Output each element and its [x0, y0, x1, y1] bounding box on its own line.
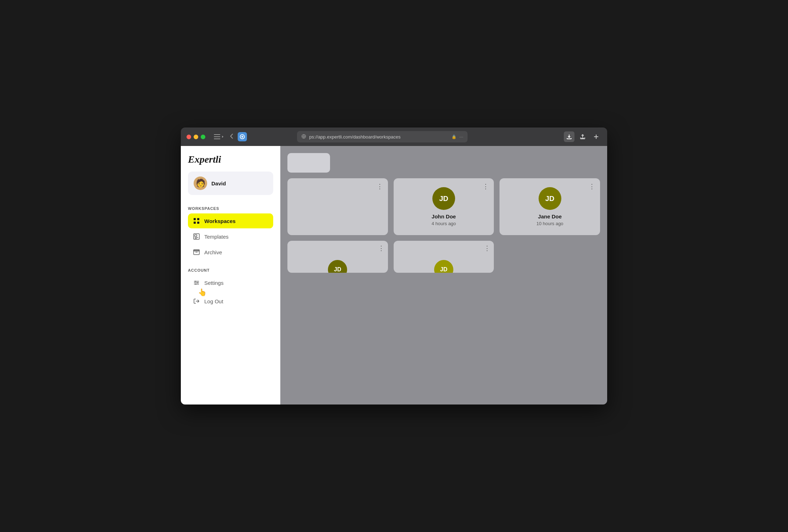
jane-doe-name: Jane Doe [538, 213, 562, 219]
archive-label: Archive [204, 249, 222, 255]
workspaces-label: Workspaces [204, 218, 236, 224]
user-name: David [211, 180, 226, 186]
main-content: ⋮ ⋮ JD John Doe 4 hours ago ⋮ JD [280, 146, 607, 405]
sidebar: Expertli 🧑 David WORKSPACES [181, 146, 280, 405]
minimize-button[interactable] [194, 135, 198, 139]
sidebar-item-templates[interactable]: Templates [188, 229, 273, 244]
john-doe-name: John Doe [432, 213, 456, 219]
workspace-card-partial: ⋮ [287, 178, 388, 235]
workspace-cards-grid: ⋮ ⋮ JD John Doe 4 hours ago ⋮ JD [280, 173, 607, 235]
back-button[interactable] [229, 132, 235, 142]
svg-rect-0 [214, 134, 220, 135]
logout-label: Log Out [204, 298, 223, 304]
more-icon[interactable]: ··· [459, 134, 464, 140]
sidebar-item-settings[interactable]: Settings 👆 [188, 275, 273, 290]
avatar: 🧑 [194, 177, 207, 190]
account-section-label: ACCOUNT [188, 268, 273, 272]
partial-avatar-left: JD [328, 260, 347, 273]
workspaces-section-label: WORKSPACES [188, 206, 273, 211]
app-logo: Expertli [188, 154, 273, 164]
new-tab-button[interactable] [591, 131, 601, 142]
maximize-button[interactable] [201, 135, 205, 139]
browser-window: ps://app.expertli.com/dashboard/workspac… [181, 127, 607, 405]
lock-icon: 🔒 [452, 135, 457, 139]
svg-rect-5 [194, 218, 196, 220]
jane-doe-avatar: JD [539, 187, 561, 210]
card-menu-button[interactable]: ⋮ [375, 182, 384, 191]
workspace-card-jane-doe[interactable]: ⋮ JD Jane Doe 10 hours ago [500, 178, 600, 235]
templates-icon [193, 233, 200, 240]
settings-label: Settings [204, 280, 223, 286]
empty-card-slot [500, 241, 600, 273]
browser-content: Expertli 🧑 David WORKSPACES [181, 146, 607, 405]
address-bar[interactable]: ps://app.expertli.com/dashboard/workspac… [297, 131, 468, 142]
download-button[interactable] [564, 131, 574, 142]
top-partial-area [280, 146, 607, 173]
traffic-lights [187, 135, 205, 139]
workspace-card-partial-bottom-left: ⋮ JD [287, 241, 388, 273]
workspaces-nav: Workspaces Templates [188, 213, 273, 260]
svg-point-21 [195, 284, 196, 285]
sidebar-toggle-button[interactable] [212, 133, 226, 141]
settings-icon [193, 279, 200, 286]
bottom-cards-row: ⋮ JD ⋮ JD [280, 235, 607, 273]
browser-actions [564, 131, 601, 142]
share-button[interactable] [577, 131, 588, 142]
url-text: ps://app.expertli.com/dashboard/workspac… [309, 134, 448, 140]
svg-rect-8 [197, 222, 199, 224]
card-menu-button-partial-mid[interactable]: ⋮ [484, 244, 490, 252]
svg-point-20 [197, 282, 198, 283]
svg-point-19 [195, 281, 196, 282]
card-menu-button-partial-left[interactable]: ⋮ [378, 244, 384, 252]
templates-label: Templates [204, 234, 228, 240]
partial-card-top [287, 153, 330, 173]
workspaces-icon [193, 217, 200, 224]
svg-rect-10 [195, 235, 197, 237]
card-menu-button-john[interactable]: ⋮ [481, 182, 490, 191]
sidebar-item-logout[interactable]: Log Out [188, 294, 273, 309]
archive-icon [193, 249, 200, 256]
browser-favicon [238, 132, 247, 141]
john-doe-avatar: JD [432, 187, 455, 210]
svg-rect-7 [194, 222, 196, 224]
sidebar-item-workspaces[interactable]: Workspaces [188, 213, 273, 228]
site-icon [301, 134, 306, 140]
svg-rect-6 [197, 218, 199, 220]
workspace-card-john-doe[interactable]: ⋮ JD John Doe 4 hours ago [394, 178, 494, 235]
logout-icon [193, 298, 200, 305]
svg-rect-1 [214, 136, 220, 137]
browser-chrome: ps://app.expertli.com/dashboard/workspac… [181, 127, 607, 146]
workspace-card-partial-bottom-mid: ⋮ JD [394, 241, 494, 273]
card-menu-button-jane[interactable]: ⋮ [587, 182, 597, 191]
close-button[interactable] [187, 135, 191, 139]
svg-rect-2 [214, 139, 220, 139]
user-card[interactable]: 🧑 David [188, 172, 273, 195]
partial-avatar-mid: JD [434, 260, 453, 273]
john-doe-time: 4 hours ago [432, 221, 456, 226]
account-nav: Settings 👆 Log Out [188, 275, 273, 309]
jane-doe-time: 10 hours ago [536, 221, 563, 226]
sidebar-item-archive[interactable]: Archive [188, 245, 273, 260]
browser-controls [212, 132, 247, 142]
